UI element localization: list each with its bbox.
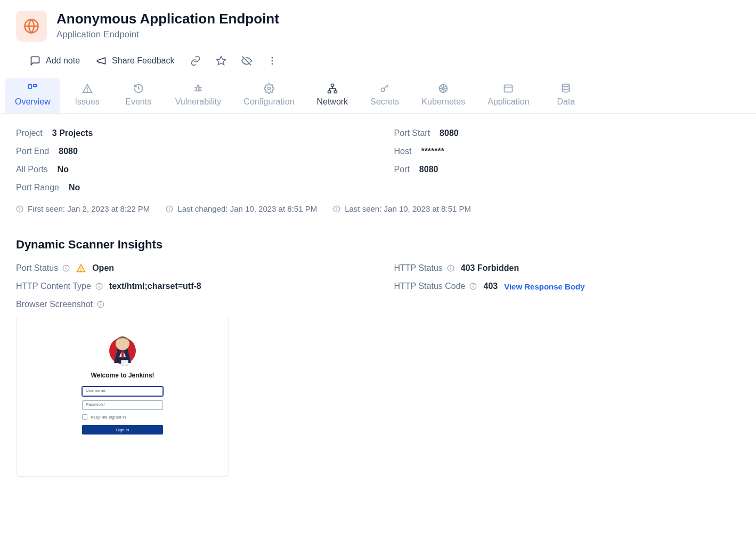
tab-network-label: Network <box>316 97 348 107</box>
tab-events-label: Events <box>125 97 151 107</box>
svg-line-13 <box>194 87 196 89</box>
tab-data-label: Data <box>557 97 575 107</box>
gear-icon <box>264 83 274 94</box>
svg-point-25 <box>381 88 385 92</box>
svg-point-58 <box>99 285 100 285</box>
info-icon[interactable] <box>97 301 104 308</box>
action-bar: Add note Share Feedback <box>30 55 740 66</box>
share-feedback-button[interactable]: Share Feedback <box>96 55 174 66</box>
svg-line-14 <box>200 87 201 89</box>
globe-icon <box>23 18 39 34</box>
screenshot-password-input: Password <box>82 400 163 410</box>
screenshot-keep-signed-in-label: Keep me signed in <box>91 415 126 420</box>
http-status-label: HTTP Status <box>394 263 443 273</box>
favorite-button[interactable] <box>216 55 226 66</box>
svg-point-6 <box>272 63 273 65</box>
checkbox-icon <box>82 414 87 420</box>
project-value: 3 Projects <box>52 128 93 138</box>
svg-rect-8 <box>34 85 37 87</box>
screenshot-keep-signed-in: Keep me signed in <box>82 414 163 420</box>
history-icon <box>133 83 144 94</box>
link-icon <box>190 55 201 66</box>
port-end-value: 8080 <box>59 147 78 156</box>
svg-line-35 <box>441 90 442 91</box>
tab-overview[interactable]: Overview <box>5 78 60 113</box>
key-icon <box>379 83 390 94</box>
tab-secrets[interactable]: Secrets <box>361 78 409 113</box>
info-icon[interactable] <box>95 283 103 290</box>
tab-secrets-label: Secrets <box>370 97 399 107</box>
svg-marker-2 <box>217 57 226 65</box>
port-label: Port <box>394 165 410 174</box>
insights-grid: Port Status Open HTTP Status 403 Forbidd… <box>16 263 740 309</box>
page-subtitle: Application Endpoint <box>56 29 279 40</box>
tab-events[interactable]: Events <box>115 78 162 113</box>
tab-issues[interactable]: Issues <box>63 78 111 113</box>
window-icon <box>503 83 514 94</box>
svg-point-64 <box>101 303 101 303</box>
all-ports-label: All Ports <box>16 165 48 174</box>
info-icon[interactable] <box>62 264 70 272</box>
link-button[interactable] <box>190 55 201 66</box>
tab-application-label: Application <box>487 97 529 107</box>
tab-application[interactable]: Application <box>478 78 539 113</box>
svg-point-4 <box>272 57 273 59</box>
svg-point-47 <box>337 207 337 207</box>
tab-overview-label: Overview <box>15 97 51 107</box>
browser-screenshot-preview[interactable]: Welcome to Jenkins! Username Password Ke… <box>16 317 229 477</box>
svg-point-50 <box>66 267 67 267</box>
database-icon <box>560 83 571 94</box>
last-changed: Last changed: Jan 10, 2023 at 8:51 PM <box>177 204 317 213</box>
add-note-button[interactable]: Add note <box>30 55 80 66</box>
hide-button[interactable] <box>241 55 252 66</box>
http-content-type-label: HTTP Content Type <box>16 281 91 291</box>
tab-kubernetes[interactable]: Kubernetes <box>412 78 475 113</box>
info-icon <box>333 205 340 213</box>
tab-network[interactable]: Network <box>307 78 357 113</box>
svg-rect-19 <box>328 91 330 93</box>
tab-configuration-label: Configuration <box>243 97 294 107</box>
more-button[interactable] <box>267 55 278 66</box>
tab-kubernetes-label: Kubernetes <box>421 97 465 107</box>
svg-rect-20 <box>334 91 337 93</box>
svg-line-32 <box>441 86 442 87</box>
svg-point-38 <box>563 84 570 87</box>
svg-line-33 <box>444 90 446 91</box>
tab-vulnerability-label: Vulnerability <box>175 97 222 107</box>
port-value: 8080 <box>419 165 438 174</box>
bug-icon <box>193 83 204 94</box>
tab-vulnerability[interactable]: Vulnerability <box>166 78 231 113</box>
svg-rect-36 <box>505 85 513 92</box>
warning-triangle-icon <box>76 263 86 273</box>
svg-point-41 <box>20 207 20 207</box>
first-seen: First seen: Jan 2, 2023 at 8:22 PM <box>28 204 150 213</box>
info-icon[interactable] <box>469 283 477 290</box>
eye-off-icon <box>241 55 252 66</box>
note-icon <box>30 55 40 66</box>
host-label: Host <box>394 147 412 156</box>
svg-line-16 <box>200 90 201 91</box>
svg-point-55 <box>451 267 451 267</box>
svg-point-17 <box>267 87 270 90</box>
tab-configuration[interactable]: Configuration <box>234 78 304 113</box>
svg-point-5 <box>272 60 273 62</box>
info-icon[interactable] <box>447 264 454 272</box>
tab-data[interactable]: Data <box>542 78 590 113</box>
port-status-label: Port Status <box>16 263 58 273</box>
helm-icon <box>438 83 449 94</box>
svg-point-27 <box>443 87 444 89</box>
info-icon <box>166 205 173 213</box>
host-value: ******* <box>421 147 444 156</box>
view-response-body-link[interactable]: View Response Body <box>504 282 584 291</box>
svg-point-10 <box>87 91 87 92</box>
port-range-label: Port Range <box>16 183 59 192</box>
network-icon <box>327 83 338 94</box>
port-status-value: Open <box>92 263 114 273</box>
last-seen: Last seen: Jan 10, 2023 at 8:51 PM <box>345 204 471 213</box>
timestamps-row: First seen: Jan 2, 2023 at 8:22 PM Last … <box>16 204 740 213</box>
project-label: Project <box>16 128 43 138</box>
details-grid: Project 3 Projects Port Start 8080 Port … <box>16 128 740 192</box>
info-icon <box>16 205 23 213</box>
svg-point-52 <box>81 270 82 271</box>
screenshot-welcome-text: Welcome to Jenkins! <box>91 372 154 379</box>
